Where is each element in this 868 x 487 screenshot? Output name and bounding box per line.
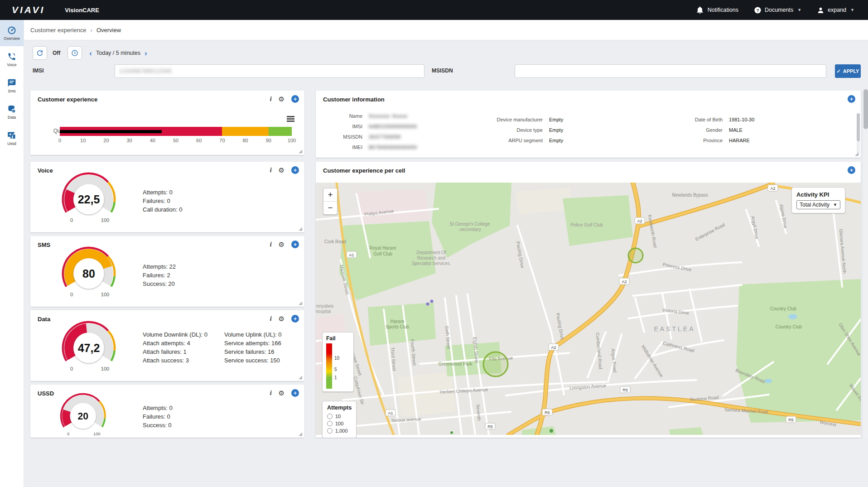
road-badge-label: A1	[388, 411, 393, 415]
add-icon[interactable]: +	[848, 166, 855, 174]
info-icon[interactable]: i	[270, 241, 272, 248]
road-badge-label: A2	[551, 345, 556, 350]
info-value: 867840000000000	[369, 145, 417, 150]
breadcrumb-section[interactable]: Customer experience	[30, 27, 87, 34]
map-label: hospital	[316, 309, 331, 314]
stat-line: Attempts: 0	[143, 404, 173, 412]
chart-menu-icon[interactable]	[287, 116, 294, 123]
info-icon[interactable]: i	[270, 167, 272, 174]
add-icon[interactable]: +	[848, 95, 855, 103]
gauge-min: 0	[67, 432, 69, 436]
resize-handle[interactable]: ◢	[299, 375, 302, 380]
refresh-button[interactable]	[33, 46, 47, 60]
attempts-option-100[interactable]: 100	[327, 420, 352, 427]
gear-icon[interactable]: ⚙	[279, 241, 285, 248]
sidebar-item-overview[interactable]: Overview	[0, 20, 24, 46]
time-picker-button[interactable]	[68, 46, 82, 60]
road-badge-label: R5	[622, 388, 628, 392]
gauge-max: 100	[101, 217, 109, 223]
documents-label: Documents	[765, 7, 793, 13]
msisdn-input[interactable]	[515, 64, 826, 78]
info-label: ARPU segment	[479, 138, 543, 143]
top-bar: VIAVI VisionCARE Notifications ? Documen…	[0, 0, 868, 20]
attempts-option-10[interactable]: 10	[327, 413, 352, 420]
time-prev-button[interactable]: ‹	[89, 49, 92, 57]
svg-text:?: ?	[756, 8, 759, 13]
page-scrollbar[interactable]	[862, 89, 868, 438]
activity-kpi-select[interactable]: Total Activity ▼	[796, 200, 840, 209]
add-icon[interactable]: +	[291, 166, 299, 174]
attempts-option-1000[interactable]: 1,000	[327, 427, 352, 434]
road-badge-label: A1	[349, 253, 354, 257]
chevron-down-icon: ▼	[850, 8, 854, 12]
info-label: Device manufacturer	[479, 117, 543, 122]
stat-line: Failures: 0	[143, 412, 173, 421]
map-label: Country Club	[776, 324, 802, 329]
info-icon[interactable]: i	[270, 96, 272, 103]
sidebar-item-voice[interactable]: Voice	[0, 46, 24, 72]
add-icon[interactable]: +	[291, 315, 299, 323]
info-label: Gender	[667, 127, 723, 133]
user-menu[interactable]: expand ▼	[817, 6, 854, 14]
sidebar-item-data[interactable]: Data	[0, 99, 24, 125]
data-gauge: 47,20100	[50, 315, 127, 377]
card-title: SMS	[38, 241, 50, 248]
gauge-max: 100	[93, 432, 101, 436]
resize-handle[interactable]: ◢	[299, 226, 302, 231]
resize-handle[interactable]: ◢	[299, 300, 302, 305]
info-value: Empty	[549, 127, 563, 133]
gauge-value: 47,2	[78, 342, 100, 354]
resize-handle[interactable]: ◢	[855, 151, 858, 156]
axis-tick: 0	[58, 138, 61, 143]
scrollbar-thumb[interactable]	[863, 89, 868, 129]
time-next-button[interactable]: ›	[145, 49, 147, 57]
sidebar-item-ussd[interactable]: ★ Ussd	[0, 125, 24, 151]
info-icon[interactable]: i	[270, 315, 272, 323]
map-label: Cork Road	[324, 239, 346, 244]
stat-line: Attempts: 0	[143, 188, 182, 197]
svg-text:★: ★	[9, 132, 12, 136]
gauge-max: 100	[101, 366, 109, 371]
gear-icon[interactable]: ⚙	[279, 96, 285, 102]
zoom-in-button[interactable]: +	[323, 188, 337, 202]
identity-fields: NameXxxxxxx XxxxxIMSI648010000000000MSIS…	[316, 111, 417, 152]
database-icon	[7, 105, 16, 114]
documents-menu[interactable]: ? Documents ▼	[754, 6, 801, 14]
per-cell-card: Customer experience per cell +	[316, 162, 861, 438]
cell-marker[interactable]	[483, 352, 508, 376]
apply-button[interactable]: ✓ APPLY	[835, 64, 861, 78]
road-badge-label: A2	[637, 219, 642, 223]
sms-gauge: 800100	[50, 241, 127, 303]
refresh-icon	[36, 49, 43, 57]
gear-icon[interactable]: ⚙	[279, 167, 285, 174]
info-label: IMEI	[316, 145, 362, 150]
info-icon[interactable]: i	[270, 390, 272, 397]
sidebar-label: Ussd	[7, 141, 16, 146]
poi-dot	[430, 300, 434, 303]
sidebar-label: Voice	[7, 63, 17, 67]
gear-icon[interactable]: ⚙	[279, 390, 285, 396]
sidebar-item-sms[interactable]: Sms	[0, 72, 24, 99]
fail-legend-title: Fail	[326, 335, 350, 342]
imsi-input[interactable]: 123456789012345	[115, 64, 424, 78]
map-label: Specialist Services.	[412, 261, 451, 266]
time-range-label: Today / 5 minutes	[96, 50, 140, 56]
notifications-button[interactable]: Notifications	[695, 5, 738, 14]
quality-band	[222, 127, 268, 136]
zoom-out-button[interactable]: −	[323, 202, 337, 214]
add-icon[interactable]: +	[291, 95, 299, 103]
data-card: Data i ⚙ + 47,20100 Volume Downlink (DL)…	[30, 310, 304, 381]
gear-icon[interactable]: ⚙	[279, 315, 285, 322]
card-scrollbar[interactable]	[857, 113, 860, 154]
quality-band	[269, 127, 292, 136]
add-icon[interactable]: +	[291, 241, 299, 248]
map[interactable]: Philips AvenueCork RoadMazowe StreetMazo…	[316, 183, 861, 435]
map-label: Research and	[417, 256, 445, 260]
stat-line: Success: 20	[143, 280, 176, 288]
resize-handle[interactable]: ◢	[299, 149, 302, 154]
stat-line: Service success: 150	[224, 356, 281, 365]
cell-marker[interactable]	[628, 248, 643, 263]
axis-tick: 80	[242, 138, 248, 143]
resize-handle[interactable]: ◢	[299, 431, 302, 436]
add-icon[interactable]: +	[291, 389, 299, 397]
